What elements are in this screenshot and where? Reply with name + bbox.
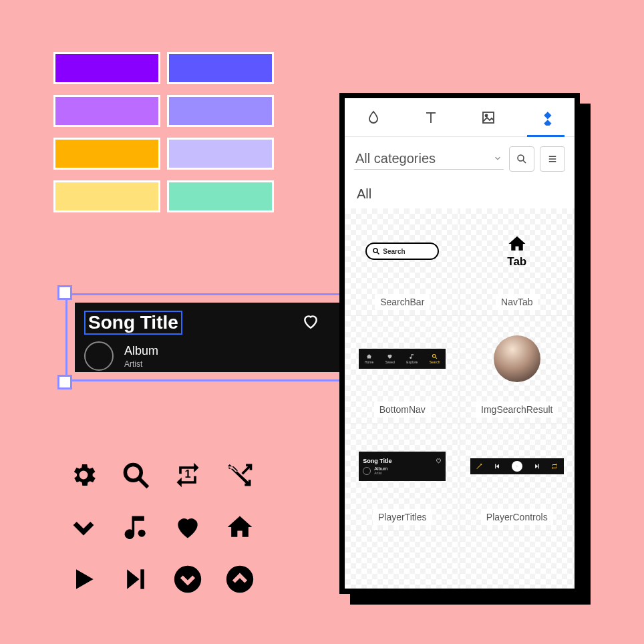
- svg-point-20: [373, 249, 377, 253]
- music-note-icon[interactable]: [110, 501, 162, 553]
- svg-rect-13: [544, 112, 551, 119]
- shuffle-icon[interactable]: [214, 449, 266, 501]
- svg-rect-11: [483, 112, 494, 123]
- icon-palette: 1: [57, 449, 266, 605]
- resize-handle-bottom-left[interactable]: [57, 375, 72, 389]
- asset-playertitles[interactable]: Song Title Album Artist PlayerTitles: [345, 424, 460, 530]
- repeat-one-icon[interactable]: 1: [162, 449, 214, 501]
- svg-line-1: [140, 479, 148, 488]
- swatch[interactable]: [167, 180, 274, 212]
- search-button[interactable]: [509, 146, 534, 172]
- panel-tabs: [345, 98, 575, 137]
- selected-component[interactable]: Song Title Album Artist: [56, 284, 365, 391]
- asset-bottomnav[interactable]: Home Saved Explore Search BottomNav: [345, 316, 460, 423]
- asset-grid: Search SearchBar Tab NavTab Home Saved E…: [345, 208, 575, 589]
- svg-rect-28: [538, 464, 538, 469]
- tab-text-icon[interactable]: [423, 110, 439, 126]
- color-palette: [53, 52, 274, 212]
- svg-marker-27: [535, 464, 538, 469]
- gear-icon[interactable]: [57, 449, 110, 501]
- asset-label: BottomNav: [374, 401, 431, 418]
- svg-point-15: [518, 155, 524, 161]
- swatch[interactable]: [53, 180, 160, 212]
- swatch[interactable]: [167, 52, 274, 84]
- svg-point-3: [138, 530, 146, 537]
- heart-icon[interactable]: [302, 313, 319, 333]
- chevron-down-icon: [493, 151, 502, 166]
- asset-label: SearchBar: [375, 294, 430, 310]
- play-icon[interactable]: [57, 553, 110, 605]
- category-select[interactable]: All categories: [354, 148, 504, 170]
- asset-label: NavTab: [496, 294, 538, 310]
- album-art-placeholder: [84, 341, 114, 371]
- tab-components-icon[interactable]: [538, 110, 554, 126]
- svg-point-12: [486, 114, 488, 116]
- svg-line-23: [436, 357, 437, 359]
- asset-label: PlayerTitles: [373, 509, 432, 525]
- svg-marker-25: [496, 464, 499, 469]
- section-label: All: [345, 176, 575, 208]
- resize-handle-top-left[interactable]: [57, 285, 72, 300]
- searchbar-preview: Search: [365, 243, 439, 260]
- album-name: Album: [124, 344, 158, 358]
- asset-label: PlayerControls: [481, 509, 553, 525]
- artist-name: Artist: [124, 359, 158, 369]
- swatch[interactable]: [167, 138, 274, 170]
- swatch[interactable]: [167, 95, 274, 127]
- swatch[interactable]: [53, 95, 160, 127]
- playercontrols-preview: [470, 458, 564, 474]
- svg-point-7: [174, 566, 201, 593]
- list-view-button[interactable]: [540, 146, 565, 172]
- svg-point-22: [433, 355, 436, 358]
- chevron-down-icon[interactable]: [57, 501, 110, 553]
- asset-empty: [460, 531, 575, 589]
- swatch[interactable]: [53, 138, 160, 170]
- svg-point-0: [125, 464, 141, 480]
- svg-line-16: [523, 160, 526, 163]
- skip-next-icon[interactable]: [110, 553, 162, 605]
- asset-imgsearchresult[interactable]: ImgSearchResult: [460, 316, 575, 423]
- svg-rect-14: [544, 120, 551, 126]
- svg-marker-5: [127, 569, 139, 589]
- playertitles-preview: Song Title Album Artist: [359, 452, 446, 481]
- asset-playercontrols[interactable]: PlayerControls: [460, 424, 575, 530]
- tab-fill-icon[interactable]: [365, 110, 381, 126]
- circle-chevron-down-icon[interactable]: [162, 553, 214, 605]
- navtab-preview: Tab: [507, 234, 527, 269]
- home-icon[interactable]: [214, 501, 266, 553]
- tab-image-icon[interactable]: [480, 110, 496, 126]
- swatch[interactable]: [53, 52, 160, 84]
- circle-chevron-up-icon[interactable]: [214, 553, 266, 605]
- heart-icon[interactable]: [162, 501, 214, 553]
- svg-point-8: [226, 566, 253, 593]
- asset-navtab[interactable]: Tab NavTab: [460, 208, 575, 315]
- search-icon[interactable]: [110, 449, 162, 501]
- svg-text:1: 1: [184, 468, 190, 480]
- navtab-label: Tab: [507, 255, 526, 269]
- song-title-text[interactable]: Song Title: [84, 311, 182, 335]
- asset-label: ImgSearchResult: [476, 401, 558, 418]
- svg-marker-4: [76, 569, 94, 589]
- searchbar-placeholder: Search: [383, 248, 405, 255]
- bottomnav-preview: Home Saved Explore Search: [359, 349, 446, 369]
- svg-rect-6: [140, 569, 144, 589]
- asset-searchbar[interactable]: Search SearchBar: [345, 208, 460, 315]
- avatar-preview: [494, 335, 540, 382]
- svg-marker-26: [516, 465, 518, 468]
- asset-empty: [345, 531, 460, 589]
- svg-rect-24: [495, 464, 496, 469]
- player-titles-card[interactable]: Song Title Album Artist: [75, 303, 346, 372]
- svg-line-21: [377, 253, 379, 255]
- asset-browser-panel: All categories All Search SearchBar Tab: [339, 93, 580, 594]
- category-label: All categories: [355, 151, 436, 166]
